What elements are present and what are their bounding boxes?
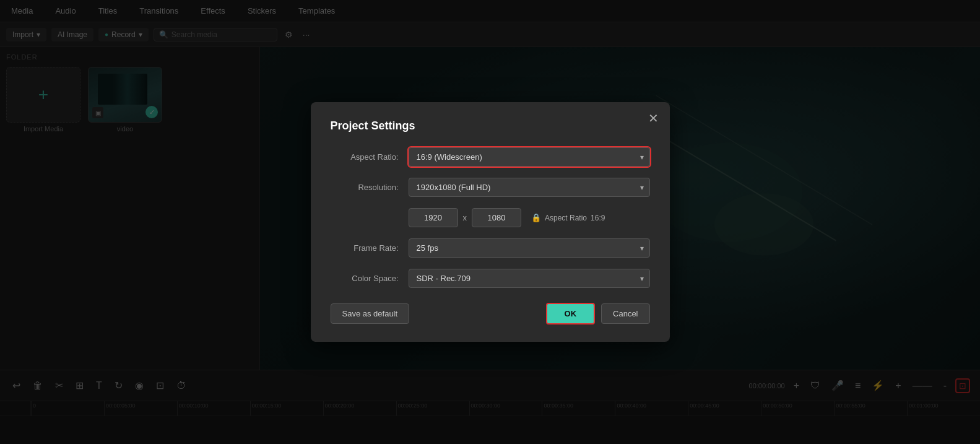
color-space-label: Color Space: xyxy=(331,274,399,283)
modal-title: Project Settings xyxy=(331,120,650,133)
resolution-height-input[interactable] xyxy=(472,208,521,227)
lock-aspect-ratio: 🔒 Aspect Ratio 16:9 xyxy=(531,213,605,222)
project-settings-modal: Project Settings ✕ Aspect Ratio: 16:9 (W… xyxy=(311,102,670,342)
frame-rate-select[interactable]: 25 fps 24 fps 30 fps 60 fps xyxy=(409,238,650,258)
aspect-ratio-row: Aspect Ratio: 16:9 (Widescreen) 4:3 1:1 … xyxy=(331,147,650,167)
lock-aspect-label: Aspect Ratio xyxy=(545,214,587,222)
resolution-x-separator: x xyxy=(463,213,467,222)
resolution-dimensions-row: x 🔒 Aspect Ratio 16:9 xyxy=(331,208,650,227)
modal-buttons: Save as default OK Cancel xyxy=(331,303,650,324)
resolution-inputs: x 🔒 Aspect Ratio 16:9 xyxy=(409,208,650,227)
save-as-default-button[interactable]: Save as default xyxy=(331,303,410,324)
modal-close-button[interactable]: ✕ xyxy=(648,112,659,124)
frame-rate-label: Frame Rate: xyxy=(331,243,399,253)
color-space-row: Color Space: SDR - Rec.709 HDR - Rec.202… xyxy=(331,269,650,288)
color-space-select[interactable]: SDR - Rec.709 HDR - Rec.2020 xyxy=(409,269,650,288)
ok-button[interactable]: OK xyxy=(546,303,596,324)
aspect-ratio-select-wrapper: 16:9 (Widescreen) 4:3 1:1 9:16 ▾ xyxy=(409,147,650,167)
cancel-button[interactable]: Cancel xyxy=(601,303,649,324)
lock-aspect-value: 16:9 xyxy=(591,214,605,222)
resolution-select-wrapper: 1920x1080 (Full HD) 1280x720 (HD) 3840x2… xyxy=(409,178,650,197)
aspect-ratio-select[interactable]: 16:9 (Widescreen) 4:3 1:1 9:16 xyxy=(409,147,650,167)
aspect-ratio-label: Aspect Ratio: xyxy=(331,152,399,162)
resolution-select[interactable]: 1920x1080 (Full HD) 1280x720 (HD) 3840x2… xyxy=(409,178,650,197)
resolution-row: Resolution: 1920x1080 (Full HD) 1280x720… xyxy=(331,178,650,197)
resolution-width-input[interactable] xyxy=(409,208,458,227)
frame-rate-row: Frame Rate: 25 fps 24 fps 30 fps 60 fps … xyxy=(331,238,650,258)
frame-rate-select-wrapper: 25 fps 24 fps 30 fps 60 fps ▾ xyxy=(409,238,650,258)
color-space-select-wrapper: SDR - Rec.709 HDR - Rec.2020 ▾ xyxy=(409,269,650,288)
lock-icon: 🔒 xyxy=(531,213,541,222)
resolution-label: Resolution: xyxy=(331,183,399,192)
modal-overlay: Project Settings ✕ Aspect Ratio: 16:9 (W… xyxy=(0,0,980,444)
